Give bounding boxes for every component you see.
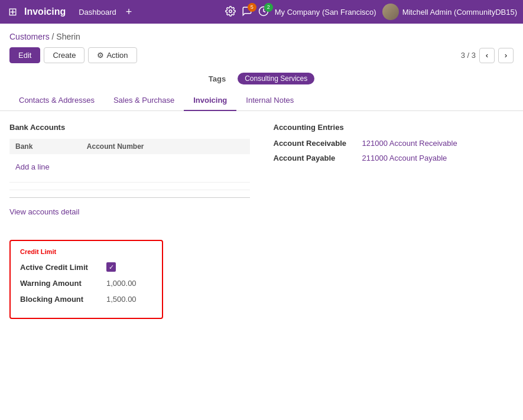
topbar: ⊞ Invoicing Dashboard + 5 2 My Company (… bbox=[0, 0, 523, 24]
tab-sales-purchase[interactable]: Sales & Purchase bbox=[104, 90, 184, 111]
tags-value[interactable]: Consulting Services bbox=[238, 73, 314, 84]
blocking-amount-row: Blocking Amount 1,500.00 bbox=[20, 295, 152, 304]
active-credit-row: Active Credit Limit ✓ bbox=[20, 262, 152, 272]
svg-point-0 bbox=[229, 9, 232, 12]
action-bar: Edit Create ⚙ Action 3 / 3 ‹ › bbox=[0, 44, 523, 67]
credit-limit-box: Credit Limit Active Credit Limit ✓ Warni… bbox=[9, 240, 163, 319]
avatar bbox=[382, 4, 399, 20]
topbar-icons: 5 2 My Company (San Francisco) Mitchell … bbox=[225, 4, 517, 20]
payable-value[interactable]: 211000 Account Payable bbox=[362, 154, 447, 162]
bank-accounts-table: Bank Account Number bbox=[9, 139, 250, 154]
settings-icon-wrap[interactable] bbox=[225, 6, 236, 18]
blocking-amount-value: 1,500.00 bbox=[106, 295, 137, 304]
company-name[interactable]: My Company (San Francisco) bbox=[275, 8, 376, 17]
user-name: Mitchell Admin (CommunityDB15) bbox=[402, 8, 517, 17]
warning-amount-value: 1,000.00 bbox=[106, 279, 137, 288]
chat-badge: 5 bbox=[248, 3, 256, 12]
active-credit-label: Active Credit Limit bbox=[20, 263, 97, 272]
active-credit-checkbox[interactable]: ✓ bbox=[106, 262, 116, 272]
warning-amount-label: Warning Amount bbox=[20, 279, 97, 288]
tab-internal-notes[interactable]: Internal Notes bbox=[236, 90, 303, 111]
action-button[interactable]: ⚙ Action bbox=[88, 47, 137, 63]
apps-icon[interactable]: ⊞ bbox=[6, 3, 20, 21]
credit-limit-title: Credit Limit bbox=[20, 248, 152, 255]
blocking-amount-label: Blocking Amount bbox=[20, 295, 97, 304]
receivable-label: Account Receivable bbox=[274, 139, 350, 148]
prev-button[interactable]: ‹ bbox=[479, 48, 495, 63]
bank-accounts-title: Bank Accounts bbox=[9, 123, 250, 132]
payable-row: Account Payable 211000 Account Payable bbox=[274, 154, 514, 162]
receivable-row: Account Receivable 121000 Account Receiv… bbox=[274, 139, 514, 148]
tab-invoicing[interactable]: Invoicing bbox=[184, 90, 236, 111]
activity-badge: 2 bbox=[264, 3, 273, 12]
main-content: Bank Accounts Bank Account Number Add a … bbox=[0, 111, 523, 228]
user-menu[interactable]: Mitchell Admin (CommunityDB15) bbox=[382, 4, 517, 20]
payable-label: Account Payable bbox=[274, 154, 350, 162]
left-panel: Bank Accounts Bank Account Number Add a … bbox=[9, 123, 250, 216]
edit-button[interactable]: Edit bbox=[9, 47, 40, 63]
activity-icon-wrap[interactable]: 2 bbox=[258, 6, 269, 18]
pager-count: 3 / 3 bbox=[461, 51, 476, 60]
breadcrumb: Customers / Sherin bbox=[0, 24, 523, 44]
tabs: Contacts & Addresses Sales & Purchase In… bbox=[0, 90, 523, 111]
accounting-entries-title: Accounting Entries bbox=[274, 123, 514, 132]
next-button[interactable]: › bbox=[498, 48, 514, 63]
breadcrumb-parent[interactable]: Customers bbox=[9, 32, 50, 41]
tags-section: Tags Consulting Services bbox=[0, 67, 523, 90]
chat-icon-wrap[interactable]: 5 bbox=[242, 6, 252, 18]
right-panel: Accounting Entries Account Receivable 12… bbox=[274, 123, 514, 216]
col-bank: Bank bbox=[9, 139, 81, 154]
breadcrumb-current: Sherin bbox=[56, 32, 80, 41]
gear-icon: ⚙ bbox=[97, 51, 104, 60]
create-button[interactable]: Create bbox=[44, 47, 85, 63]
dashboard-link[interactable]: Dashboard bbox=[74, 8, 121, 17]
col-account-number: Account Number bbox=[81, 139, 250, 154]
view-accounts-detail-link[interactable]: View accounts detail bbox=[9, 207, 79, 216]
receivable-value[interactable]: 121000 Account Receivable bbox=[362, 139, 457, 148]
app-brand[interactable]: Invoicing bbox=[24, 6, 66, 17]
tab-contacts-addresses[interactable]: Contacts & Addresses bbox=[9, 90, 104, 111]
add-menu-icon[interactable]: + bbox=[126, 6, 132, 18]
add-line-button[interactable]: Add a line bbox=[9, 159, 250, 175]
warning-amount-row: Warning Amount 1,000.00 bbox=[20, 279, 152, 288]
pager: 3 / 3 ‹ › bbox=[461, 48, 514, 63]
tags-label: Tags bbox=[209, 74, 226, 83]
